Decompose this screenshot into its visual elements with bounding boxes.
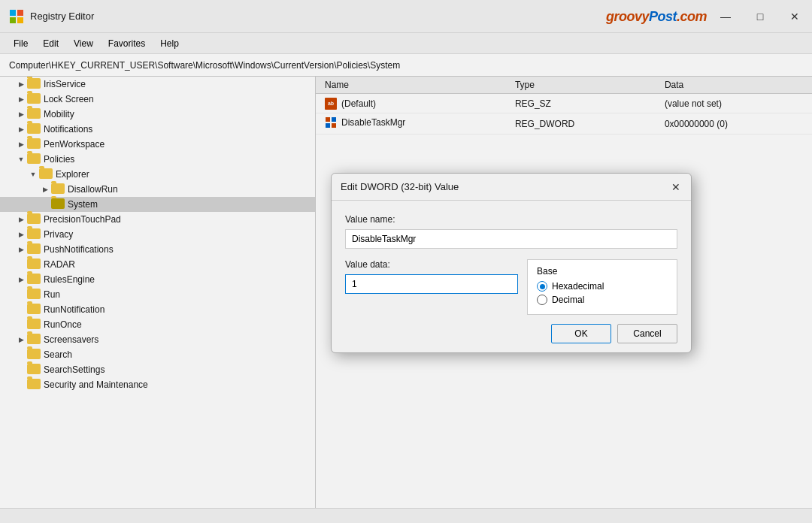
dialog-body: Value name: Value data: Base Hexadecimal… [332,201,691,352]
value-data-section: Value data: [345,259,518,315]
cancel-button[interactable]: Cancel [617,324,677,343]
radio-decimal-circle [537,295,547,305]
dialog-data-row: Value data: Base Hexadecimal Decimal [345,259,677,315]
value-data-label: Value data: [345,259,518,270]
dialog-close-button[interactable]: ✕ [667,178,685,196]
radio-decimal[interactable]: Decimal [537,295,668,305]
radio-decimal-label: Decimal [552,295,584,305]
value-data-input[interactable] [345,274,518,294]
value-name-input[interactable] [345,229,677,249]
dialog-title: Edit DWORD (32-bit) Value [341,181,459,192]
radio-hexadecimal[interactable]: Hexadecimal [537,281,668,292]
base-label: Base [537,266,668,277]
radio-hexadecimal-label: Hexadecimal [552,281,604,292]
base-section: Base Hexadecimal Decimal [527,259,677,315]
value-name-label: Value name: [345,214,677,225]
dialog-titlebar: Edit DWORD (32-bit) Value ✕ [332,174,691,201]
ok-button[interactable]: OK [551,324,611,343]
edit-dword-dialog: Edit DWORD (32-bit) Value ✕ Value name: … [331,173,692,353]
radio-hexadecimal-circle [537,281,547,292]
dialog-buttons: OK Cancel [345,324,677,343]
